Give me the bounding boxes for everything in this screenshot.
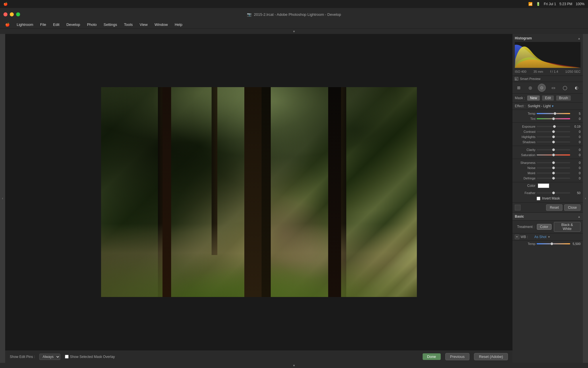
aperture: f / 1.4 xyxy=(550,70,558,73)
mask-new-btn[interactable]: New xyxy=(527,95,540,101)
tool-grid[interactable]: ⊞ xyxy=(515,84,523,92)
left-panel-toggle[interactable]: ‹ xyxy=(0,34,5,363)
defringe-thumb[interactable] xyxy=(552,177,555,180)
shadows-thumb[interactable] xyxy=(552,141,555,143)
wb-eyedropper-icon[interactable]: ✒ xyxy=(515,235,519,239)
show-edit-pins-label: Show Edit Pins : xyxy=(10,355,35,359)
close-button[interactable] xyxy=(3,12,7,16)
exposure-thumb[interactable] xyxy=(553,125,556,128)
menu-help[interactable]: Help xyxy=(172,22,185,27)
noise-thumb[interactable] xyxy=(552,166,555,169)
basic-temp-track[interactable] xyxy=(537,243,570,244)
mask-row: Mask : New Edit Brush xyxy=(512,94,583,103)
defringe-track[interactable] xyxy=(537,178,570,179)
effect-dropdown[interactable]: ▾ xyxy=(552,104,554,108)
feather-section: Feather 50 Invert Mask xyxy=(512,189,583,203)
bw-treatment-btn[interactable]: Black & White xyxy=(554,222,581,232)
wifi-icon: 📶 xyxy=(528,2,533,6)
tool-rect[interactable]: ▭ xyxy=(550,84,558,92)
top-nav-arrow[interactable]: ▼ xyxy=(293,30,295,33)
menu-view[interactable]: View xyxy=(137,22,150,27)
tool-radial[interactable]: ⊙ xyxy=(538,84,546,92)
menu-window[interactable]: Window xyxy=(152,22,171,27)
menu-edit[interactable]: Edit xyxy=(50,22,62,27)
defringe-row: Defringe 0 xyxy=(512,176,583,181)
noise-row: Noise 0 xyxy=(512,165,583,170)
maximize-button[interactable] xyxy=(16,12,20,16)
traffic-lights xyxy=(3,12,20,16)
highlights-row: Highlights 0 xyxy=(512,134,583,139)
tint-label: Tint xyxy=(515,117,535,120)
highlights-thumb[interactable] xyxy=(552,135,555,138)
basic-collapse[interactable]: ▲ xyxy=(578,215,581,218)
shadows-track[interactable] xyxy=(537,141,570,143)
tool-oval[interactable]: ◯ xyxy=(561,84,569,92)
tint-thumb[interactable] xyxy=(552,117,555,120)
basic-temp-label: Temp xyxy=(515,242,535,246)
temp-thumb[interactable] xyxy=(554,112,556,115)
shadows-row: Shadows 0 xyxy=(512,139,583,145)
saturation-thumb[interactable] xyxy=(552,154,555,156)
right-panel-toggle[interactable]: › xyxy=(583,34,588,363)
clarity-track[interactable] xyxy=(537,149,570,150)
sharpness-thumb[interactable] xyxy=(552,161,555,164)
tint-slider-track[interactable] xyxy=(537,118,570,119)
contrast-thumb[interactable] xyxy=(552,130,555,133)
bottom-nav-arrow[interactable]: ▼ xyxy=(293,364,295,367)
couple-overlay xyxy=(242,193,328,274)
sharpness-label: Sharpness xyxy=(515,161,535,164)
temp-label: Temp xyxy=(515,112,535,115)
saturation-track[interactable] xyxy=(537,154,570,156)
apple-menu[interactable]: 🍎 xyxy=(3,2,8,6)
minimize-button[interactable] xyxy=(10,12,14,16)
invert-row: Invert Mask xyxy=(512,195,583,201)
panel-square-icon[interactable] xyxy=(515,205,521,210)
previous-button[interactable]: Previous xyxy=(445,353,470,360)
mask-edit-btn[interactable]: Edit xyxy=(542,95,554,101)
highlights-track[interactable] xyxy=(537,136,570,137)
show-mask-checkbox[interactable] xyxy=(65,355,69,359)
noise-track[interactable] xyxy=(537,167,570,168)
feather-thumb[interactable] xyxy=(552,191,555,194)
tool-circle-crop[interactable]: ◎ xyxy=(526,84,534,92)
menu-lightroom[interactable]: Lightroom xyxy=(14,22,36,27)
color-treatment-btn[interactable]: Color xyxy=(537,224,552,230)
sharpness-track[interactable] xyxy=(537,162,570,163)
reset-button[interactable]: Reset xyxy=(546,204,562,211)
basic-title: Basic xyxy=(515,214,524,218)
menu-tools[interactable]: Tools xyxy=(121,22,136,27)
feather-track[interactable] xyxy=(537,192,570,193)
histogram-meta: ISO 400 35 mm f / 1.4 1/250 SEC xyxy=(515,70,581,73)
menu-photo[interactable]: Photo xyxy=(84,22,100,27)
exposure-label: Exposure xyxy=(515,125,535,128)
wb-dropdown-arrow[interactable]: ▾ xyxy=(548,235,550,239)
moire-thumb[interactable] xyxy=(552,172,555,175)
detail-sliders-section: Sharpness 0 Noise 0 Moiré 0 xyxy=(512,159,583,182)
photo-area: Show Edit Pins : Always Show Selected Ma… xyxy=(5,34,512,363)
color-swatch[interactable] xyxy=(538,183,549,188)
clarity-value: 0 xyxy=(571,148,581,152)
noise-value: 0 xyxy=(571,166,581,170)
moire-value: 0 xyxy=(571,171,581,175)
mask-brush-btn[interactable]: Brush xyxy=(556,95,571,101)
tool-split[interactable]: ◐ xyxy=(572,84,581,92)
bottom-nav[interactable]: ▼ xyxy=(0,363,588,368)
top-nav[interactable]: ▼ xyxy=(0,29,588,34)
exposure-track[interactable] xyxy=(537,126,570,127)
basic-temp-thumb[interactable] xyxy=(550,242,553,245)
close-button[interactable]: Close xyxy=(564,204,581,211)
menu-apple[interactable]: 🍎 xyxy=(2,22,13,27)
show-edit-pins-select[interactable]: Always xyxy=(39,354,60,360)
reset-adobe-button[interactable]: Reset (Adobe) xyxy=(474,353,508,360)
histogram-collapse[interactable]: ▲ xyxy=(578,37,581,40)
menu-develop[interactable]: Develop xyxy=(63,22,83,27)
histogram-chart xyxy=(515,42,581,68)
menu-settings[interactable]: Settings xyxy=(101,22,120,27)
contrast-track[interactable] xyxy=(537,131,570,132)
invert-mask-checkbox[interactable] xyxy=(537,197,540,200)
menu-file[interactable]: File xyxy=(37,22,49,27)
moire-track[interactable] xyxy=(537,172,570,174)
clarity-thumb[interactable] xyxy=(552,148,555,151)
temp-slider-track[interactable] xyxy=(537,113,570,114)
done-button[interactable]: Done xyxy=(423,353,441,360)
